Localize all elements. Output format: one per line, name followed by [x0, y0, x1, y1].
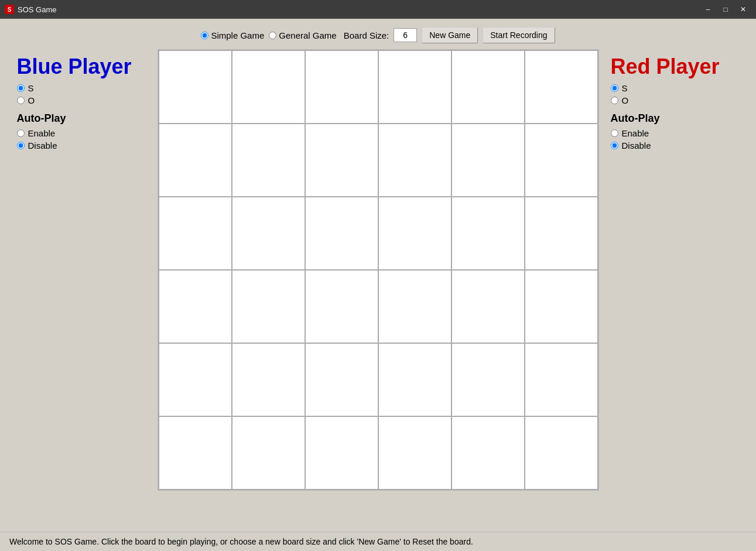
board-grid [158, 50, 598, 490]
board-cell[interactable] [159, 197, 232, 271]
title-bar-left: S SOS Game [5, 5, 56, 14]
blue-autoplay-disable-label: Disable [28, 141, 57, 150]
general-game-label: General Game [279, 30, 336, 40]
red-s-radio[interactable] [611, 84, 618, 92]
blue-o-option[interactable]: O [17, 95, 146, 105]
title-bar-controls: – □ ✕ [700, 4, 751, 15]
board-cell[interactable] [452, 344, 525, 417]
status-bar: Welcome to SOS Game. Click the board to … [0, 532, 756, 551]
board-cell[interactable] [525, 197, 598, 271]
blue-s-option[interactable]: S [17, 83, 146, 93]
simple-game-option[interactable]: Simple Game [201, 30, 264, 40]
board-cell[interactable] [452, 51, 525, 124]
board-cell[interactable] [306, 124, 379, 197]
red-autoplay-disable-option[interactable]: Disable [611, 141, 740, 150]
blue-player-name: Blue Player [17, 55, 146, 78]
blue-s-radio[interactable] [17, 84, 25, 92]
title-bar: S SOS Game – □ ✕ [0, 0, 756, 19]
board-cell[interactable] [525, 417, 598, 490]
board-cell[interactable] [306, 344, 379, 417]
board-cell[interactable] [306, 271, 379, 344]
toolbar: Simple Game General Game Board Size: New… [0, 19, 756, 49]
blue-autoplay-label: Auto-Play [17, 112, 146, 125]
blue-autoplay-enable-radio[interactable] [17, 129, 25, 137]
maximize-button[interactable]: □ [717, 4, 734, 15]
board-cell[interactable] [379, 344, 452, 417]
board-cell[interactable] [159, 51, 232, 124]
board-cell[interactable] [232, 417, 306, 490]
red-autoplay-disable-radio[interactable] [611, 142, 618, 149]
board-cell[interactable] [232, 271, 306, 344]
red-o-option[interactable]: O [611, 95, 740, 105]
blue-autoplay-disable-option[interactable]: Disable [17, 141, 146, 150]
close-button[interactable]: ✕ [735, 4, 751, 15]
start-recording-button[interactable]: Start Recording [483, 27, 555, 43]
red-o-label: O [622, 95, 629, 105]
blue-s-label: S [28, 83, 34, 93]
red-s-label: S [622, 83, 628, 93]
general-game-option[interactable]: General Game [269, 30, 336, 40]
board-cell[interactable] [525, 271, 598, 344]
board-cell[interactable] [232, 344, 306, 417]
board-cell[interactable] [306, 197, 379, 271]
board-cell[interactable] [379, 51, 452, 124]
title-bar-title: SOS Game [18, 5, 56, 14]
red-player-panel: Red Player S O Auto-Play Enable Disable [599, 49, 751, 159]
board-cell[interactable] [232, 124, 306, 197]
blue-o-radio[interactable] [17, 97, 25, 104]
blue-o-label: O [28, 95, 35, 105]
game-area: Blue Player S O Auto-Play Enable Disable [0, 49, 756, 532]
board-cell[interactable] [452, 197, 525, 271]
board-cell[interactable] [379, 271, 452, 344]
status-message: Welcome to SOS Game. Click the board to … [9, 537, 473, 546]
board-cell[interactable] [306, 417, 379, 490]
blue-letter-group: S O [17, 83, 146, 105]
board-size-input[interactable] [394, 28, 417, 42]
board-cell[interactable] [525, 344, 598, 417]
new-game-button[interactable]: New Game [422, 27, 478, 43]
red-letter-group: S O [611, 83, 740, 105]
board-cell[interactable] [379, 197, 452, 271]
simple-game-radio[interactable] [201, 32, 208, 39]
red-autoplay-enable-radio[interactable] [611, 129, 618, 137]
board-cell[interactable] [379, 417, 452, 490]
board-cell[interactable] [159, 271, 232, 344]
blue-autoplay-enable-label: Enable [28, 128, 56, 138]
board-size-label: Board Size: [344, 30, 389, 40]
general-game-radio[interactable] [269, 32, 276, 39]
minimize-button[interactable]: – [700, 4, 716, 15]
app-icon: S [5, 5, 14, 14]
red-autoplay-enable-label: Enable [622, 128, 649, 138]
blue-player-panel: Blue Player S O Auto-Play Enable Disable [5, 49, 158, 159]
red-autoplay-label: Auto-Play [611, 112, 740, 125]
board-cell[interactable] [159, 417, 232, 490]
board-cell[interactable] [159, 344, 232, 417]
board-cell[interactable] [452, 417, 525, 490]
red-autoplay-enable-option[interactable]: Enable [611, 128, 740, 138]
board-cell[interactable] [306, 51, 379, 124]
red-o-radio[interactable] [611, 97, 618, 104]
blue-autoplay-disable-radio[interactable] [17, 142, 25, 149]
board-cell[interactable] [232, 51, 306, 124]
board-cell[interactable] [159, 124, 232, 197]
board-cell[interactable] [452, 271, 525, 344]
board-cell[interactable] [525, 51, 598, 124]
board-cell[interactable] [379, 124, 452, 197]
blue-autoplay-enable-option[interactable]: Enable [17, 128, 146, 138]
board-cell[interactable] [525, 124, 598, 197]
board-cell[interactable] [452, 124, 525, 197]
board-cell[interactable] [232, 197, 306, 271]
red-autoplay-disable-label: Disable [622, 141, 651, 150]
red-player-name: Red Player [611, 55, 740, 78]
main-content: Simple Game General Game Board Size: New… [0, 19, 756, 551]
board-container [158, 49, 599, 491]
red-s-option[interactable]: S [611, 83, 740, 93]
simple-game-label: Simple Game [211, 30, 264, 40]
